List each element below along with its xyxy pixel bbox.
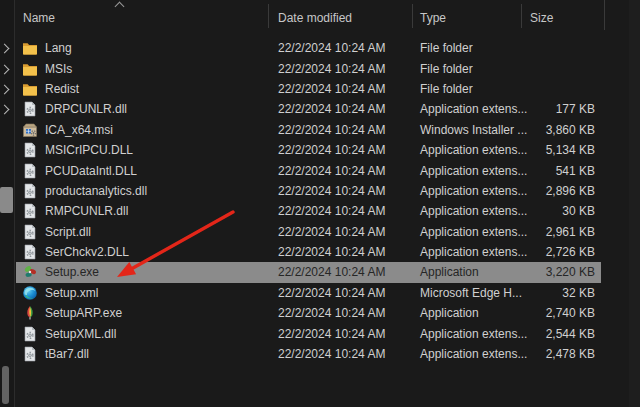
file-row[interactable]: SetupARP.exe 22/2/2024 10:24 AM Applicat… xyxy=(16,303,601,323)
type-cell: Application xyxy=(420,265,479,279)
file-name-cell: SetupXML.dll xyxy=(16,326,116,342)
edge-xml-icon xyxy=(22,285,38,301)
date-modified-cell: 22/2/2024 10:24 AM xyxy=(278,286,385,300)
size-cell: 32 KB xyxy=(478,286,595,300)
file-row[interactable]: Script.dll 22/2/2024 10:24 AM Applicatio… xyxy=(16,222,601,242)
type-cell: File folder xyxy=(420,41,473,55)
dll-page-icon xyxy=(22,203,38,219)
column-header-name[interactable]: Name xyxy=(23,11,55,25)
column-header-size[interactable]: Size xyxy=(530,11,553,25)
arp-app-icon xyxy=(22,305,38,321)
size-cell: 5,134 KB xyxy=(478,143,595,157)
file-name-label: productanalytics.dll xyxy=(45,184,147,198)
type-cell: Application xyxy=(420,306,479,320)
file-name-cell: SetupARP.exe xyxy=(16,305,122,321)
dll-page-icon xyxy=(22,142,38,158)
file-row[interactable]: Setup.exe 22/2/2024 10:24 AM Application… xyxy=(16,262,601,282)
date-modified-cell: 22/2/2024 10:24 AM xyxy=(278,123,385,137)
file-row[interactable]: SerChckv2.DLL 22/2/2024 10:24 AM Applica… xyxy=(16,242,601,262)
size-cell: 2,478 KB xyxy=(478,347,595,361)
tree-expand-chevron-icon[interactable] xyxy=(0,85,9,95)
folder-icon xyxy=(22,61,38,77)
file-row[interactable]: productanalytics.dll 22/2/2024 10:24 AM … xyxy=(16,181,601,201)
tree-expand-chevron-icon[interactable] xyxy=(0,65,9,75)
column-divider[interactable] xyxy=(604,0,605,30)
setup-app-icon xyxy=(22,264,38,280)
file-name-cell: Script.dll xyxy=(16,224,91,240)
file-row[interactable]: Redist 22/2/2024 10:24 AM File folder xyxy=(16,79,601,99)
size-cell: 2,961 KB xyxy=(478,225,595,239)
scrollbar-thumb[interactable] xyxy=(0,187,13,213)
type-cell: File folder xyxy=(420,62,473,76)
file-name-label: ICA_x64.msi xyxy=(45,123,113,137)
column-header-row: Name Date modified Type Size xyxy=(16,0,640,34)
file-name-label: Setup.xml xyxy=(45,286,98,300)
file-name-cell: SerChckv2.DLL xyxy=(16,244,129,260)
file-row[interactable]: MSICrIPCU.DLL 22/2/2024 10:24 AM Applica… xyxy=(16,140,601,160)
date-modified-cell: 22/2/2024 10:24 AM xyxy=(278,164,385,178)
date-modified-cell: 22/2/2024 10:24 AM xyxy=(278,347,385,361)
column-divider[interactable] xyxy=(412,4,413,28)
size-cell: 2,896 KB xyxy=(478,184,595,198)
date-modified-cell: 22/2/2024 10:24 AM xyxy=(278,41,385,55)
file-explorer-window: Name Date modified Type Size Lang 22/2/2… xyxy=(0,0,640,407)
column-header-type[interactable]: Type xyxy=(420,11,446,25)
dll-page-icon xyxy=(22,346,38,362)
file-row[interactable]: ICA_x64.msi 22/2/2024 10:24 AM Windows I… xyxy=(16,120,601,140)
tree-expand-chevron-icon[interactable] xyxy=(0,44,9,54)
file-row[interactable]: SetupXML.dll 22/2/2024 10:24 AM Applicat… xyxy=(16,323,601,343)
file-row[interactable]: PCUDataIntl.DLL 22/2/2024 10:24 AM Appli… xyxy=(16,160,601,180)
date-modified-cell: 22/2/2024 10:24 AM xyxy=(278,102,385,116)
folder-icon xyxy=(22,40,38,56)
size-cell: 2,726 KB xyxy=(478,245,595,259)
windows-installer-icon xyxy=(22,122,38,138)
file-name-label: Lang xyxy=(45,41,72,55)
file-row[interactable]: DRPCUNLR.dll 22/2/2024 10:24 AM Applicat… xyxy=(16,99,601,119)
file-rows: Lang 22/2/2024 10:24 AM File folder MSIs… xyxy=(16,38,601,364)
file-name-cell: Lang xyxy=(16,40,72,56)
date-modified-cell: 22/2/2024 10:24 AM xyxy=(278,143,385,157)
file-name-cell: productanalytics.dll xyxy=(16,183,147,199)
size-cell: 177 KB xyxy=(478,102,595,116)
file-row[interactable]: Lang 22/2/2024 10:24 AM File folder xyxy=(16,38,601,58)
date-modified-cell: 22/2/2024 10:24 AM xyxy=(278,225,385,239)
dll-page-icon xyxy=(22,326,38,342)
file-row[interactable]: RMPCUNLR.dll 22/2/2024 10:24 AM Applicat… xyxy=(16,201,601,221)
file-name-label: RMPCUNLR.dll xyxy=(45,204,128,218)
date-modified-cell: 22/2/2024 10:24 AM xyxy=(278,82,385,96)
file-name-cell: DRPCUNLR.dll xyxy=(16,101,127,117)
file-name-cell: RMPCUNLR.dll xyxy=(16,203,128,219)
file-name-cell: Redist xyxy=(16,81,79,97)
date-modified-cell: 22/2/2024 10:24 AM xyxy=(278,327,385,341)
folder-icon xyxy=(22,81,38,97)
file-name-label: SetupXML.dll xyxy=(45,327,116,341)
column-divider[interactable] xyxy=(521,4,522,28)
date-modified-cell: 22/2/2024 10:24 AM xyxy=(278,245,385,259)
dll-page-icon xyxy=(22,163,38,179)
column-header-date-modified[interactable]: Date modified xyxy=(278,11,352,25)
file-name-label: Setup.exe xyxy=(45,265,99,279)
size-cell: 30 KB xyxy=(478,204,595,218)
file-name-label: MSIs xyxy=(45,62,72,76)
file-name-label: MSICrIPCU.DLL xyxy=(45,143,133,157)
file-row[interactable]: Setup.xml 22/2/2024 10:24 AM Microsoft E… xyxy=(16,283,601,303)
dll-page-icon xyxy=(22,244,38,260)
tree-expand-chevron-icon[interactable] xyxy=(0,105,9,115)
pane-divider xyxy=(14,0,15,407)
size-cell: 3,220 KB xyxy=(478,265,595,279)
file-name-label: PCUDataIntl.DLL xyxy=(45,164,137,178)
file-name-cell: MSICrIPCU.DLL xyxy=(16,142,133,158)
file-row[interactable]: tBar7.dll 22/2/2024 10:24 AM Application… xyxy=(16,344,601,364)
column-divider[interactable] xyxy=(268,4,269,28)
file-name-cell: tBar7.dll xyxy=(16,346,89,362)
date-modified-cell: 22/2/2024 10:24 AM xyxy=(278,184,385,198)
size-cell: 541 KB xyxy=(478,164,595,178)
file-name-cell: Setup.xml xyxy=(16,285,98,301)
type-cell: File folder xyxy=(420,82,473,96)
date-modified-cell: 22/2/2024 10:24 AM xyxy=(278,62,385,76)
file-name-cell: Setup.exe xyxy=(16,264,99,280)
scrollbar-track-fragment[interactable] xyxy=(2,366,9,404)
dll-page-icon xyxy=(22,101,38,117)
file-name-label: tBar7.dll xyxy=(45,347,89,361)
file-row[interactable]: MSIs 22/2/2024 10:24 AM File folder xyxy=(16,58,601,78)
